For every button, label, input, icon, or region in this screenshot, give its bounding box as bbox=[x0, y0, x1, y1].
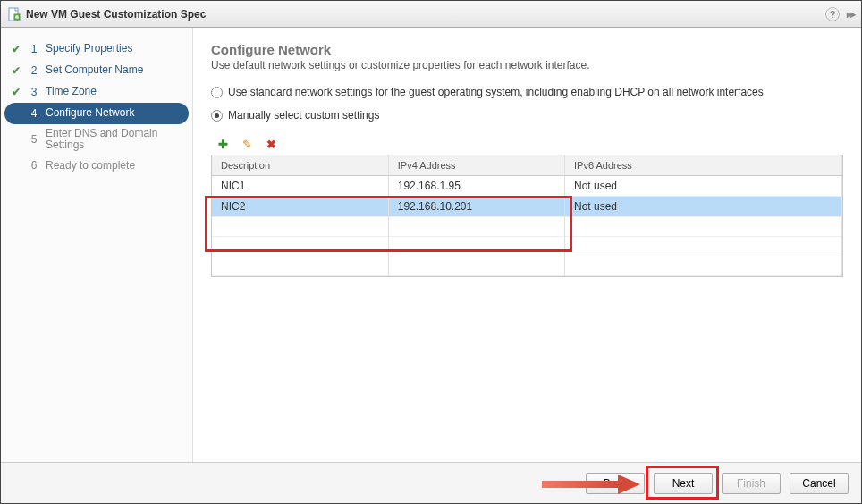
radio-icon bbox=[211, 87, 223, 98]
delete-icon[interactable]: ✖ bbox=[266, 138, 276, 151]
table-row bbox=[212, 256, 842, 275]
option-standard-label: Use standard network settings for the gu… bbox=[228, 86, 764, 98]
add-icon[interactable]: ✚ bbox=[218, 138, 228, 151]
step-configure-network[interactable]: ✔4Configure Network bbox=[4, 103, 189, 124]
header-ipv6[interactable]: IPv6 Address bbox=[565, 155, 842, 175]
table-row bbox=[212, 236, 842, 256]
check-icon: ✔ bbox=[10, 107, 22, 120]
footer: Back Next Finish Cancel bbox=[1, 462, 861, 503]
step-dns-domain: .5Enter DNS and Domain Settings bbox=[1, 124, 192, 155]
check-icon: ✔ bbox=[10, 86, 22, 98]
header-ipv4[interactable]: IPv4 Address bbox=[388, 155, 564, 175]
titlebar: New VM Guest Customization Spec ? ▸▸ bbox=[1, 1, 861, 28]
next-button[interactable]: Next bbox=[654, 473, 713, 494]
option-manual-network[interactable]: Manually select custom settings bbox=[211, 109, 843, 122]
back-button[interactable]: Back bbox=[586, 473, 645, 494]
table-row[interactable]: NIC1 192.168.1.95 Not used bbox=[212, 175, 842, 196]
option-manual-label: Manually select custom settings bbox=[228, 109, 379, 122]
content-area: Configure Network Use default network se… bbox=[193, 28, 861, 462]
wizard-steps: ✔1Specify Properties ✔2Set Computer Name… bbox=[1, 28, 193, 462]
cancel-button[interactable]: Cancel bbox=[790, 473, 849, 494]
header-description[interactable]: Description bbox=[212, 155, 388, 175]
page-title: Configure Network bbox=[211, 42, 843, 57]
check-icon: ✔ bbox=[10, 64, 22, 77]
nic-table: Description IPv4 Address IPv6 Address NI… bbox=[211, 155, 843, 277]
step-time-zone[interactable]: ✔3Time Zone bbox=[1, 81, 192, 103]
finish-button: Finish bbox=[722, 473, 781, 494]
table-row[interactable]: NIC2 192.168.10.201 Not used bbox=[212, 196, 842, 216]
check-icon: ✔ bbox=[10, 43, 22, 55]
page-description: Use default network settings or customiz… bbox=[211, 59, 843, 71]
step-set-computer-name[interactable]: ✔2Set Computer Name bbox=[1, 60, 192, 81]
dialog-title: New VM Guest Customization Spec bbox=[26, 8, 206, 21]
radio-icon bbox=[211, 110, 223, 122]
step-ready: .6Ready to complete bbox=[1, 155, 192, 176]
option-standard-network[interactable]: Use standard network settings for the gu… bbox=[211, 86, 843, 98]
document-icon bbox=[8, 7, 21, 21]
nic-toolbar: ✚ ✎ ✖ bbox=[211, 132, 843, 155]
wizard-dialog: New VM Guest Customization Spec ? ▸▸ ✔1S… bbox=[0, 0, 862, 504]
table-row bbox=[212, 216, 842, 236]
step-specify-properties[interactable]: ✔1Specify Properties bbox=[1, 38, 192, 60]
edit-icon[interactable]: ✎ bbox=[242, 138, 252, 151]
help-icon[interactable]: ? bbox=[825, 7, 840, 21]
expand-icon[interactable]: ▸▸ bbox=[847, 8, 854, 21]
